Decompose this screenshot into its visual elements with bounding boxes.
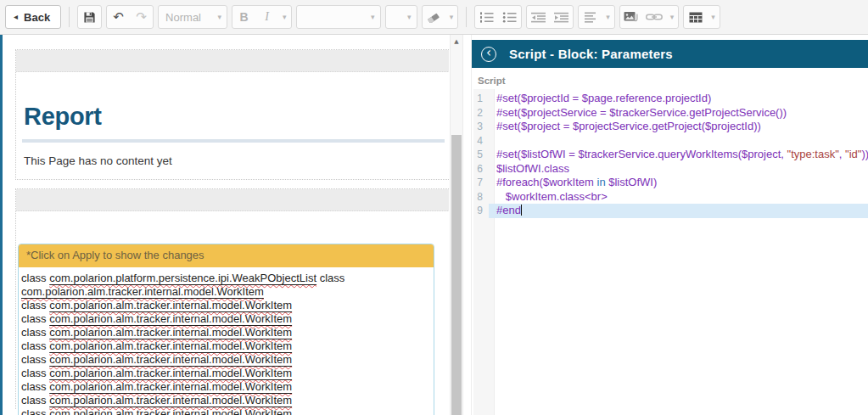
code-text: #foreach($workItem in $listOfWI)	[489, 176, 868, 190]
output-text: class	[316, 272, 344, 284]
class-name-text: com.polarion.alm.tracker.internal.model.…	[49, 394, 292, 407]
class-name-text: com.polarion.alm.tracker.internal.model.…	[49, 299, 292, 311]
numbered-list-button[interactable]	[475, 6, 498, 28]
remove-format-button[interactable]	[423, 6, 445, 28]
text-style-caret[interactable]: ▾	[278, 14, 291, 21]
align-icon	[585, 12, 596, 23]
code-line: 2#set($projectService = $trackerService.…	[473, 106, 868, 121]
insert-table-button[interactable]	[684, 6, 707, 28]
line-number: 1	[473, 92, 489, 106]
code-line: 7#foreach($workItem in $listOfWI)	[473, 176, 868, 190]
bold-button[interactable]: B	[232, 6, 255, 28]
page-region-body: *Click on Apply to show the changes clas…	[15, 188, 449, 409]
page-region-title: Report This Page has no content yet	[15, 49, 449, 180]
insert-caret[interactable]: ▾	[666, 14, 679, 21]
output-text: class	[21, 339, 49, 352]
collapse-back-icon[interactable]: ‹	[481, 47, 496, 62]
output-text: class	[21, 407, 49, 415]
class-name-text: com.polarion.alm.tracker.internal.model.…	[49, 367, 292, 379]
alignment-button[interactable]	[579, 6, 602, 28]
selected-script-block[interactable]: *Click on Apply to show the changes clas…	[18, 244, 434, 415]
output-text: class	[21, 299, 49, 311]
class-name-text: com.polarion.alm.tracker.internal.model.…	[21, 285, 264, 298]
output-text: class	[21, 394, 49, 407]
output-line: class com.polarion.alm.tracker.internal.…	[21, 326, 432, 339]
table-caret[interactable]: ▾	[707, 14, 720, 21]
output-line: com.polarion.alm.tracker.internal.model.…	[21, 285, 432, 299]
output-text: class	[21, 380, 49, 393]
line-number: 7	[473, 176, 489, 190]
undo-button[interactable]: ↶	[107, 6, 130, 28]
script-block-output: class com.polarion.platform.persistence.…	[19, 267, 434, 415]
line-number: 9	[473, 204, 489, 218]
back-button[interactable]: ◂ Back	[5, 5, 61, 29]
output-line: class com.polarion.alm.tracker.internal.…	[21, 367, 432, 380]
line-number: 3	[473, 120, 489, 134]
remove-format-caret[interactable]: ▾	[445, 14, 458, 21]
insert-link-button[interactable]	[643, 6, 666, 28]
output-line: class com.polarion.alm.tracker.internal.…	[21, 353, 432, 367]
line-number: 2	[473, 106, 489, 121]
indent-button[interactable]	[550, 6, 573, 28]
bullet-list-button[interactable]	[498, 6, 521, 28]
class-name-text: com.polarion.alm.tracker.internal.model.…	[49, 380, 292, 393]
save-button[interactable]	[78, 6, 101, 28]
numbered-list-icon	[479, 12, 494, 23]
output-line: class com.polarion.alm.tracker.internal.…	[21, 380, 432, 394]
toolbar-separator	[466, 7, 467, 27]
redo-button[interactable]: ↷	[130, 6, 153, 28]
italic-button[interactable]: I	[255, 6, 278, 28]
region-header-strip[interactable]	[16, 189, 449, 211]
alignment-caret[interactable]: ▾	[602, 14, 614, 21]
editor-toolbar: ◂ Back ↶ ↷ Normal ▾ B I ▾ ▾ ▾ ▾	[0, 0, 868, 35]
output-line: class com.polarion.platform.persistence.…	[21, 272, 432, 285]
output-text: class	[21, 353, 49, 366]
redo-icon: ↷	[136, 11, 147, 24]
class-name-text: com.polarion.alm.tracker.internal.model.…	[49, 312, 292, 325]
output-line: class com.polarion.alm.tracker.internal.…	[21, 299, 432, 312]
output-line: class com.polarion.alm.tracker.internal.…	[21, 339, 432, 353]
output-line: class com.polarion.alm.tracker.internal.…	[21, 312, 432, 326]
code-line: 1#set($projectId = $page.reference.proje…	[473, 92, 868, 106]
text-cursor	[521, 205, 522, 216]
code-text: #end	[489, 204, 868, 218]
script-field-label: Script	[478, 76, 868, 86]
code-text: $workItem.class<br>	[489, 190, 868, 205]
script-sidebar-header: ‹ Script - Block: Parameters	[472, 40, 868, 68]
undo-icon: ↶	[113, 11, 124, 24]
insert-image-button[interactable]	[620, 6, 643, 28]
code-text: #set($projectService = $trackerService.g…	[489, 106, 868, 121]
class-name-text: com.polarion.platform.persistence.ipi.We…	[49, 272, 316, 284]
code-text: #set($project = $projectService.getProje…	[489, 120, 868, 134]
page-canvas[interactable]: Report This Page has no content yet *Cli…	[3, 35, 449, 415]
caret-down-icon: ▾	[400, 14, 412, 21]
script-code-editor[interactable]: 1#set($projectId = $page.reference.proje…	[473, 89, 868, 415]
output-text: class	[21, 326, 49, 339]
script-sidebar: ‹ Script - Block: Parameters Script 1#se…	[472, 35, 868, 415]
sidebar-title: Script - Block: Parameters	[509, 47, 673, 61]
scroll-up-icon[interactable]: ▲	[451, 35, 462, 48]
save-icon	[83, 11, 96, 24]
line-number: 4	[473, 134, 489, 149]
line-number: 8	[473, 190, 489, 205]
class-name-text: com.polarion.alm.tracker.internal.model.…	[49, 407, 292, 415]
link-icon	[646, 12, 663, 22]
eraser-icon	[427, 12, 440, 23]
back-label: Back	[24, 11, 50, 24]
apply-changes-banner: *Click on Apply to show the changes	[19, 244, 434, 267]
font-size-select[interactable]: ▾	[385, 5, 417, 29]
page-editor-panel: Report This Page has no content yet *Cli…	[0, 35, 472, 415]
output-line: class com.polarion.alm.tracker.internal.…	[21, 394, 432, 407]
region-header-strip[interactable]	[16, 50, 449, 72]
outdent-button[interactable]	[527, 6, 550, 28]
vertical-scrollbar[interactable]: ▲	[450, 35, 463, 415]
scrollbar-thumb[interactable]	[451, 135, 462, 415]
table-icon	[689, 12, 703, 23]
page-title: Report	[24, 103, 445, 131]
font-family-select[interactable]: ▾	[296, 5, 381, 29]
code-text	[489, 134, 868, 149]
outdent-icon	[531, 12, 546, 23]
paragraph-format-select[interactable]: Normal ▾	[158, 5, 227, 29]
code-line: 5#set($listOfWI = $trackerService.queryW…	[473, 148, 868, 162]
toolbar-separator	[69, 7, 70, 27]
